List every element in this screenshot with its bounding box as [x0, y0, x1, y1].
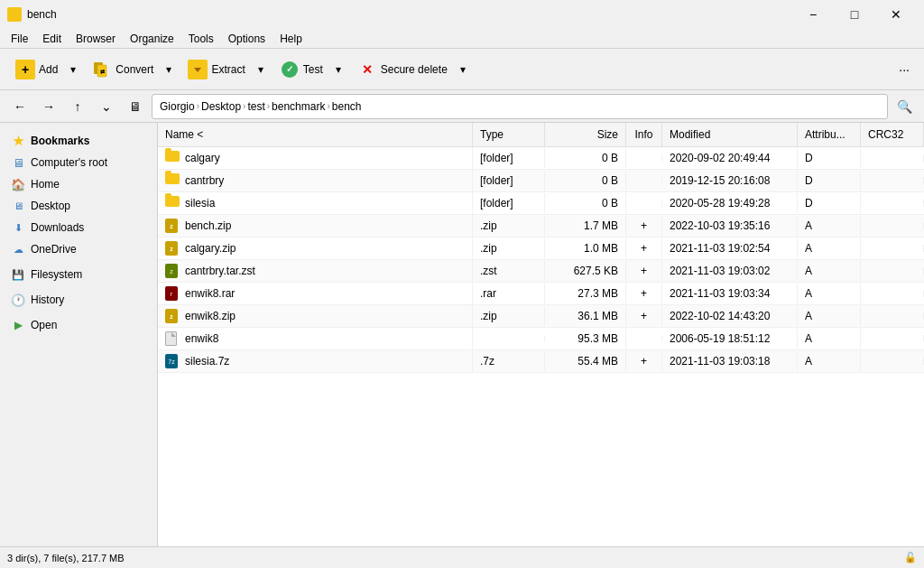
file-modified-cell: 2019-12-15 20:16:08 [662, 171, 798, 191]
svg-text:⇄: ⇄ [100, 69, 105, 75]
extract-button[interactable]: Extract [180, 53, 253, 86]
file-type-cell: [folder] [473, 193, 545, 213]
file-size-cell: 95.3 MB [545, 329, 626, 349]
menu-help[interactable]: Help [273, 31, 310, 47]
breadcrumb-bench[interactable]: bench [332, 100, 362, 113]
maximize-button[interactable]: □ [834, 0, 875, 29]
col-header-crc32[interactable]: CRC32 [861, 123, 924, 146]
toolbar-more-button[interactable]: ··· [892, 59, 917, 80]
file-type-cell: [folder] [473, 171, 545, 191]
file-name-cell: r enwik8.rar [158, 283, 473, 304]
table-row[interactable]: z cantrbry.tar.zst .zst 627.5 KB + 2021-… [158, 260, 924, 283]
window-title: bench [27, 8, 792, 21]
status-text: 3 dir(s), 7 file(s), 217.7 MB [7, 553, 125, 563]
menu-bar: File Edit Browser Organize Tools Options… [0, 29, 924, 49]
7z-icon: 7z [165, 354, 180, 368]
sidebar-item-history[interactable]: 🕐 History [0, 289, 157, 311]
table-row[interactable]: z enwik8.zip .zip 36.1 MB + 2022-10-02 1… [158, 305, 924, 328]
file-attrib-cell: A [798, 351, 861, 371]
computer-button[interactable]: 🖥 [123, 94, 148, 119]
col-header-attribu[interactable]: Attribu... [798, 123, 861, 146]
file-info-cell [626, 335, 662, 342]
sidebar-desktop-label: Desktop [31, 200, 70, 212]
up-button[interactable]: ↑ [65, 94, 90, 119]
secure-delete-button[interactable]: ✕ Secure delete [349, 53, 456, 86]
menu-browser[interactable]: Browser [69, 31, 123, 47]
menu-tools[interactable]: Tools [181, 31, 221, 47]
file-info-cell: + [626, 238, 662, 258]
extract-dropdown-arrow[interactable]: ▾ [254, 53, 268, 86]
breadcrumb-desktop[interactable]: Desktop [201, 100, 241, 113]
col-header-name[interactable]: Name < [158, 123, 473, 146]
file-size-cell: 0 B [545, 171, 626, 191]
secure-delete-dropdown-arrow[interactable]: ▾ [456, 53, 470, 86]
col-header-modified[interactable]: Modified [662, 123, 798, 146]
test-dropdown-arrow[interactable]: ▾ [331, 53, 346, 86]
menu-organize[interactable]: Organize [123, 31, 181, 47]
sidebar-item-filesystem[interactable]: 💾 Filesystem [0, 264, 157, 285]
table-row[interactable]: r enwik8.rar .rar 27.3 MB + 2021-11-03 1… [158, 283, 924, 305]
test-toolbar-group: ✓ Test ▾ [272, 53, 346, 86]
close-button[interactable]: ✕ [875, 0, 917, 29]
sidebar-item-downloads[interactable]: ⬇ Downloads [0, 217, 157, 238]
file-modified-cell: 2021-11-03 19:03:02 [662, 261, 798, 281]
convert-dropdown-arrow[interactable]: ▾ [162, 53, 176, 86]
file-info-cell: + [626, 261, 662, 281]
sidebar-item-computers-root[interactable]: 🖥 Computer's root [0, 152, 157, 173]
menu-file[interactable]: File [4, 31, 35, 47]
forward-button[interactable]: → [36, 94, 61, 119]
add-dropdown-arrow[interactable]: ▾ [66, 53, 80, 86]
zip-icon: z [165, 241, 180, 256]
sidebar-history-label: History [31, 293, 64, 306]
table-row[interactable]: z calgary.zip .zip 1.0 MB + 2021-11-03 1… [158, 237, 924, 260]
file-attrib-cell: D [798, 193, 861, 213]
add-button[interactable]: Add [7, 53, 66, 86]
breadcrumb-sep-3: › [267, 101, 270, 111]
table-row[interactable]: 7z silesia.7z .7z 55.4 MB + 2021-11-03 1… [158, 350, 924, 373]
sidebar-item-onedrive[interactable]: ☁ OneDrive [0, 238, 157, 260]
dropdown-button[interactable]: ⌄ [94, 94, 119, 119]
breadcrumb-giorgio[interactable]: Giorgio [160, 100, 195, 113]
search-button[interactable]: 🔍 [892, 94, 917, 119]
main-content: ★ Bookmarks 🖥 Computer's root 🏠 Home 🖥 D… [0, 123, 924, 546]
extract-toolbar-group: Extract ▾ [180, 53, 267, 86]
filesystem-section: 💾 Filesystem [0, 264, 157, 285]
back-button[interactable]: ← [7, 94, 32, 119]
file-attrib-cell: D [798, 148, 861, 168]
breadcrumb-benchmark[interactable]: benchmark [272, 100, 325, 113]
table-row[interactable]: z bench.zip .zip 1.7 MB + 2022-10-03 19:… [158, 215, 924, 237]
file-info-cell: + [626, 216, 662, 236]
col-header-info[interactable]: Info [626, 123, 662, 146]
file-attrib-cell: A [798, 216, 861, 236]
menu-options[interactable]: Options [221, 31, 273, 47]
file-info-cell [626, 200, 662, 207]
file-size-cell: 1.0 MB [545, 238, 626, 258]
table-row[interactable]: enwik8 95.3 MB 2006-05-19 18:51:12 A [158, 328, 924, 350]
extract-icon-svg [188, 60, 208, 79]
file-name-cell: z cantrbry.tar.zst [158, 260, 473, 282]
convert-button[interactable]: ⇄ Convert [84, 53, 162, 86]
breadcrumb-test[interactable]: test [247, 100, 264, 113]
add-label: Add [39, 63, 58, 76]
desktop-icon: 🖥 [11, 199, 25, 213]
minimize-button[interactable]: − [792, 0, 834, 29]
file-info-cell: + [626, 284, 662, 303]
file-name: enwik8 [185, 332, 218, 345]
table-row[interactable]: cantrbry [folder] 0 B 2019-12-15 20:16:0… [158, 170, 924, 192]
table-row[interactable]: silesia [folder] 0 B 2020-05-28 19:49:28… [158, 192, 924, 215]
rar-icon: r [165, 286, 180, 301]
file-crc32-cell [861, 358, 924, 365]
file-name-cell: z calgary.zip [158, 237, 473, 259]
file-name: bench.zip [185, 219, 231, 232]
col-header-type[interactable]: Type [473, 123, 545, 146]
file-modified-cell: 2020-05-28 19:49:28 [662, 193, 798, 213]
test-button[interactable]: ✓ Test [272, 53, 331, 86]
sidebar-item-home[interactable]: 🏠 Home [0, 173, 157, 195]
menu-edit[interactable]: Edit [35, 31, 69, 47]
sidebar-item-open[interactable]: ▶ Open [0, 314, 157, 336]
file-type-cell [473, 335, 545, 342]
sidebar-item-desktop[interactable]: 🖥 Desktop [0, 195, 157, 217]
table-row[interactable]: calgary [folder] 0 B 2020-09-02 20:49:44… [158, 147, 924, 170]
col-header-size[interactable]: Size [545, 123, 626, 146]
convert-label: Convert [116, 63, 153, 76]
